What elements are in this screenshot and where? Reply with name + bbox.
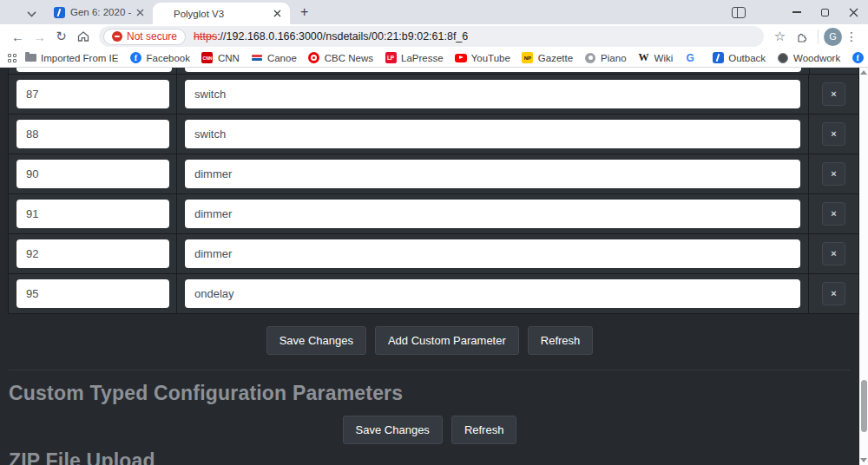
- facebook-icon: f: [852, 52, 864, 64]
- scrollbar-thumb[interactable]: [861, 380, 867, 432]
- bookmark-label: Facebook: [146, 53, 190, 63]
- bookmark-label: Woodwork: [793, 53, 840, 63]
- bookmark-label: Outback: [728, 53, 766, 63]
- bookmark-label: YouTube: [471, 53, 510, 63]
- cbc-icon: [308, 52, 320, 64]
- minimize-icon: [792, 11, 801, 13]
- new-tab-button[interactable]: +: [300, 3, 308, 21]
- bookmark-youtube[interactable]: YouTube: [455, 52, 510, 64]
- remove-row-button[interactable]: ×: [822, 162, 845, 186]
- remove-row-button[interactable]: ×: [822, 202, 845, 226]
- security-status-chip[interactable]: Not secure: [103, 29, 186, 45]
- youtube-icon: [455, 52, 467, 64]
- bookmark-outback[interactable]: Outback: [712, 52, 766, 64]
- save-changes-button[interactable]: Save Changes: [266, 326, 366, 355]
- window-layout-icon[interactable]: [732, 7, 746, 18]
- gazette-icon: NP: [522, 52, 534, 64]
- url-rest: ://192.168.0.166:3000/nsdetails/00:21:b9…: [217, 30, 468, 43]
- custom-parameters-table: × × × × ×: [8, 68, 859, 314]
- outback-icon: [712, 52, 724, 64]
- wikipedia-icon: W: [638, 52, 650, 64]
- bookmark-google[interactable]: G: [684, 52, 700, 64]
- param-value-input[interactable]: [185, 239, 800, 268]
- back-icon[interactable]: ←: [7, 26, 29, 47]
- url-text[interactable]: https://192.168.0.166:3000/nsdetails/00:…: [194, 30, 468, 43]
- tab-title: Polyglot V3: [174, 9, 271, 19]
- tab-favicon-outback-icon: [54, 7, 65, 18]
- home-icon[interactable]: [72, 26, 94, 47]
- parameter-actions: Save Changes Add Custom Parameter Refres…: [0, 326, 859, 355]
- bookmark-facebook-2[interactable]: f: [852, 52, 868, 64]
- google-g-icon: G: [684, 52, 696, 64]
- bookmark-label: Canoe: [267, 53, 297, 63]
- browser-titlebar: Gen 6: 2020 - 2025 | Subaru Ou Polyglot …: [0, 0, 868, 24]
- table-row: ×: [9, 75, 858, 115]
- tab-search-chevron-icon[interactable]: [28, 9, 35, 16]
- param-value-input[interactable]: [185, 279, 800, 308]
- remove-row-button[interactable]: ×: [822, 82, 845, 106]
- table-row: ×: [9, 274, 858, 314]
- param-value-input[interactable]: [185, 120, 800, 148]
- bookmark-lapresse[interactable]: LP LaPresse: [385, 52, 444, 64]
- canoe-icon: [251, 52, 263, 64]
- tab-subaru-outback[interactable]: Gen 6: 2020 - 2025 | Subaru Ou: [47, 0, 153, 24]
- param-value-input[interactable]: [185, 200, 800, 228]
- facebook-icon: f: [129, 52, 141, 64]
- url-scheme: https: [194, 30, 217, 43]
- security-label: Not secure: [127, 30, 177, 43]
- window-controls: [732, 0, 868, 24]
- scroll-down-icon[interactable]: [860, 458, 867, 462]
- bookmark-canoe[interactable]: Canoe: [251, 52, 297, 64]
- tab-polyglot-v3[interactable]: Polyglot V3: [153, 3, 290, 24]
- table-row: ×: [9, 234, 858, 274]
- section-divider: [9, 370, 851, 370]
- minimize-button[interactable]: [782, 0, 811, 24]
- param-value-input[interactable]: [185, 80, 800, 108]
- woodwork-icon: [777, 52, 789, 64]
- apps-grid-icon[interactable]: [8, 54, 16, 62]
- remove-row-button[interactable]: ×: [822, 122, 845, 146]
- refresh-button[interactable]: Refresh: [528, 326, 594, 355]
- bookmark-piano[interactable]: Piano: [584, 52, 626, 64]
- lapresse-icon: LP: [385, 52, 397, 64]
- page-scrollbar: [859, 68, 868, 465]
- param-key-input[interactable]: [16, 160, 169, 188]
- bookmark-woodwork[interactable]: Woodwork: [777, 52, 840, 64]
- gear-icon: [584, 52, 596, 64]
- save-changes-button[interactable]: Save Changes: [343, 416, 443, 444]
- custom-typed-actions: Save Changes Refresh: [0, 416, 859, 444]
- param-value-input[interactable]: [185, 160, 800, 188]
- table-row: ×: [9, 154, 858, 194]
- bookmark-imported-from-ie[interactable]: Imported From IE: [24, 52, 118, 64]
- reload-icon[interactable]: ↻: [50, 26, 72, 47]
- folder-icon: [24, 52, 36, 64]
- remove-row-button[interactable]: ×: [822, 282, 845, 305]
- divider: [818, 29, 819, 43]
- browser-menu-icon[interactable]: ⋮: [842, 29, 861, 43]
- tab-close-icon[interactable]: [271, 8, 283, 20]
- extensions-puzzle-icon[interactable]: [791, 26, 812, 47]
- bookmark-wiki[interactable]: W Wiki: [638, 52, 674, 64]
- tab-close-icon[interactable]: [134, 6, 146, 18]
- bookmark-star-icon[interactable]: ☆: [769, 26, 791, 47]
- bookmark-cbc-news[interactable]: CBC News: [308, 52, 373, 64]
- scroll-up-icon[interactable]: [860, 70, 867, 75]
- bookmark-cnn[interactable]: CNN CNN: [201, 52, 240, 64]
- forward-icon[interactable]: →: [29, 26, 50, 47]
- refresh-button[interactable]: Refresh: [451, 416, 517, 444]
- remove-row-button[interactable]: ×: [822, 242, 845, 265]
- profile-avatar[interactable]: G: [824, 28, 842, 46]
- bookmark-gazette[interactable]: NP Gazette: [522, 52, 573, 64]
- param-key-input[interactable]: [16, 80, 169, 108]
- add-custom-parameter-button[interactable]: Add Custom Parameter: [375, 326, 519, 355]
- bookmark-facebook[interactable]: f Facebook: [129, 52, 190, 64]
- close-window-button[interactable]: [839, 0, 868, 24]
- custom-typed-heading: Custom Typed Configuration Parameters: [9, 382, 859, 405]
- param-key-input[interactable]: [16, 239, 169, 268]
- param-key-input[interactable]: [16, 120, 169, 148]
- maximize-button[interactable]: [811, 0, 839, 24]
- param-key-input[interactable]: [16, 200, 169, 228]
- bookmark-label: Imported From IE: [41, 53, 118, 63]
- param-key-input[interactable]: [16, 279, 169, 308]
- address-bar[interactable]: Not secure https://192.168.0.166:3000/ns…: [99, 26, 764, 47]
